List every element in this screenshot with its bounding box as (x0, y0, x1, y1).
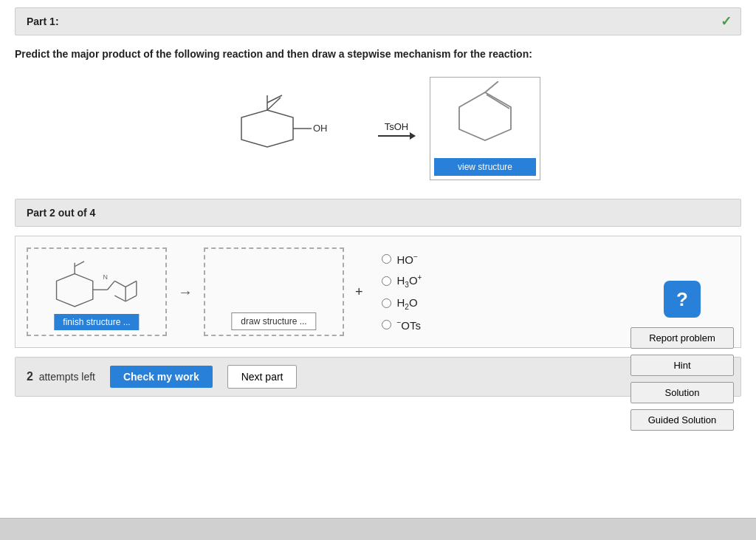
page-footer (0, 518, 756, 540)
first-draw-box[interactable]: N finish structure ... (27, 247, 167, 336)
svg-line-16 (126, 281, 137, 287)
right-sidebar: ? Report problem Hint Solution Guided So… (630, 281, 734, 431)
svg-text:OH: OH (313, 123, 328, 134)
guided-solution-button[interactable]: Guided Solution (630, 409, 734, 431)
radio-option-h3o[interactable]: H3O+ (382, 273, 422, 289)
svg-line-13 (108, 281, 115, 290)
svg-marker-6 (459, 92, 511, 140)
radio-label-h2o: H2O (397, 296, 418, 311)
svg-marker-9 (57, 273, 93, 306)
reaction-arrow: TsOH (378, 121, 415, 137)
drawing-row: N finish structure ... → (27, 247, 729, 336)
solution-button[interactable]: Solution (630, 382, 734, 403)
radio-ho[interactable] (382, 254, 391, 264)
svg-line-15 (115, 281, 126, 287)
finish-structure-button[interactable]: finish structure ... (54, 314, 139, 330)
checkmark-icon: ✓ (721, 13, 732, 30)
plus-sign: + (355, 284, 363, 300)
radio-h3o[interactable] (382, 276, 391, 286)
part1-title: Part 1: (27, 16, 59, 27)
part2-header: Part 2 out of 4 (15, 199, 741, 227)
reagent-label: TsOH (385, 121, 409, 132)
reaction-area: OH TsOH view structure (15, 77, 741, 180)
svg-line-20 (126, 295, 137, 301)
reactant-structure: OH (216, 92, 363, 165)
product-box: view structure (430, 77, 540, 180)
svg-line-19 (115, 295, 126, 301)
radio-options-group: HO− H3O+ H2O −OTs (382, 253, 422, 332)
next-part-button[interactable]: Next part (227, 365, 298, 389)
svg-line-2 (267, 95, 282, 103)
part1-header: Part 1: ✓ (15, 7, 741, 35)
svg-line-8 (485, 81, 498, 92)
second-draw-box[interactable]: draw structure ... (204, 247, 344, 336)
attempts-text: 2 attempts left (27, 370, 95, 383)
radio-label-h3o: H3O+ (397, 273, 422, 289)
radio-ots[interactable] (382, 320, 391, 329)
radio-label-ots: −OTs (397, 318, 422, 332)
arrow-line (378, 135, 415, 137)
radio-option-ots[interactable]: −OTs (382, 318, 422, 332)
report-problem-button[interactable]: Report problem (630, 327, 734, 349)
attempts-number: 2 (27, 370, 33, 383)
check-my-work-button[interactable]: Check my work (110, 366, 213, 388)
svg-marker-0 (241, 110, 293, 147)
radio-option-h2o[interactable]: H2O (382, 296, 422, 311)
view-structure-button[interactable]: view structure (434, 158, 536, 176)
radio-label-ho: HO− (397, 253, 418, 266)
help-icon[interactable]: ? (664, 281, 701, 318)
radio-h2o[interactable] (382, 298, 391, 308)
mechanism-arrow: → (178, 284, 193, 301)
svg-text:N: N (103, 273, 108, 281)
draw-structure-button[interactable]: draw structure ... (231, 312, 316, 330)
hint-button[interactable]: Hint (630, 355, 734, 376)
svg-line-11 (75, 262, 84, 267)
radio-option-ho[interactable]: HO− (382, 253, 422, 266)
part2-title: Part 2 out of 4 (27, 207, 95, 219)
attempts-label: attempts left (39, 371, 95, 383)
svg-line-7 (487, 95, 509, 109)
question-text: Predict the major product of the followi… (15, 47, 741, 62)
